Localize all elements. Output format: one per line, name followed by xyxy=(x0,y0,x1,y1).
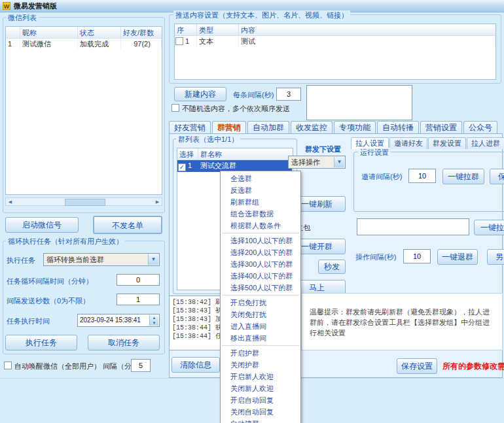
task-time-label: 任务执行时间 xyxy=(7,316,50,326)
task-panel-title: 循环执行任务（针对所有用户生效） xyxy=(6,237,125,246)
tab-monitor[interactable]: 收发监控 xyxy=(291,121,333,134)
menu-item-by-member-count[interactable]: 根据群人数条件 xyxy=(221,220,300,231)
operation-dropdown[interactable]: 选择操作 ▼ xyxy=(288,156,346,169)
account-row[interactable]: 1 测试微信 加载完成 97(2) xyxy=(6,39,162,50)
quit-group-button[interactable]: 一键退群 xyxy=(437,249,478,265)
menu-item-under-200[interactable]: 选择200人以下的群 xyxy=(221,246,300,258)
scroll-thumb[interactable] xyxy=(65,199,105,206)
menu-item-under-100[interactable]: 选择100人以下的群 xyxy=(221,235,300,246)
menu-item-mute-off[interactable]: 关闭免打扰 xyxy=(221,309,300,320)
tab-auto-join[interactable]: 自动加群 xyxy=(247,121,289,134)
notice-box: 温馨提示：群发前请先刷新群（避免丢群现象），拉人进群前，请在群发综合设置工具栏【… xyxy=(301,293,503,350)
group-row-checkbox[interactable]: ✓ xyxy=(178,163,186,171)
content-row[interactable]: 1 文本 测试 xyxy=(175,36,495,48)
menu-item-leave-live[interactable]: 移出直播间 xyxy=(221,332,300,344)
tab-friend-marketing[interactable]: 好友营销 xyxy=(169,121,211,134)
tab-group-marketing[interactable]: 群营销 xyxy=(212,121,246,134)
menu-item-auto-create[interactable]: 自动建群 xyxy=(221,418,300,423)
tab-special[interactable]: 专项功能 xyxy=(334,121,376,134)
group-col-select: 选择 xyxy=(177,148,198,160)
tab-official-account[interactable]: 公众号 xyxy=(463,121,497,134)
content-col-type: 类型 xyxy=(197,24,239,36)
menu-item-welcome-off[interactable]: 关闭新人欢迎 xyxy=(221,382,300,394)
menu-item-under-400[interactable]: 选择400人以下的群 xyxy=(221,270,300,282)
scroll-right-arrow[interactable]: ▶ xyxy=(153,198,162,205)
save-small-button[interactable]: 保存 xyxy=(490,169,504,184)
new-content-button[interactable]: 新建内容 xyxy=(174,87,226,101)
random-label: 不随机选内容，多个依次顺序发送 xyxy=(182,104,290,114)
target-field-input[interactable] xyxy=(357,218,469,235)
loop-interval-label: 任务循环间隔时间（分钟） xyxy=(7,277,93,286)
chevron-down-icon[interactable]: ▼ xyxy=(148,254,158,265)
account-table[interactable]: 昵称 状态 好友/群数 1 测试微信 加载完成 97(2) xyxy=(5,26,162,195)
warning-text: 所有的参数修改需保存设置 xyxy=(442,361,504,372)
menu-separator xyxy=(222,233,299,233)
menu-item-combine-data[interactable]: 组合选群数据 xyxy=(221,208,300,220)
random-checkbox[interactable] xyxy=(171,104,179,112)
account-row-count: 97(2) xyxy=(121,39,162,50)
pull-friend-button[interactable]: 一键拉好友 xyxy=(474,220,504,235)
subtab-invite-friends[interactable]: 邀请好友 xyxy=(389,137,427,149)
loop-interval-input[interactable] xyxy=(117,274,160,286)
group-row-name: 测试交流群 xyxy=(198,160,293,171)
menu-item-guard-on[interactable]: 开启护群 xyxy=(221,347,300,359)
group-col-name: 群名称 xyxy=(198,148,293,160)
app-window: W 微易发营销版 微信列表 昵称 状态 好友/群数 1 测试微信 加载完成 97… xyxy=(0,0,504,423)
cancel-task-button[interactable]: 取消任务 xyxy=(88,335,160,350)
content-col-index: 序 xyxy=(175,24,197,36)
menu-item-invert-selection[interactable]: 反选群 xyxy=(221,184,300,196)
run-settings-title: 运行设置 xyxy=(358,148,391,158)
menu-item-autoreply-off[interactable]: 关闭自动回复 xyxy=(221,406,300,418)
pull-group-button[interactable]: 一键拉群 xyxy=(442,169,484,184)
nosend-list-button[interactable]: 不发名单 xyxy=(93,216,162,234)
account-col-count: 好友/群数 xyxy=(121,27,162,39)
content-row-checkbox[interactable] xyxy=(175,37,183,45)
save-as-button[interactable]: 另存 xyxy=(487,249,504,265)
menu-item-welcome-on[interactable]: 开启新人欢迎 xyxy=(221,371,300,382)
content-table-header: 序 类型 内容 xyxy=(175,24,495,36)
invite-interval-input[interactable] xyxy=(408,169,436,183)
menu-item-mute-on[interactable]: 开启免打扰 xyxy=(221,297,300,309)
account-col-nickname: 昵称 xyxy=(20,27,78,39)
menu-item-refresh-groups[interactable]: 刷新群组 xyxy=(221,196,300,208)
chevron-down-icon[interactable]: ▼ xyxy=(334,157,344,167)
wake-interval-input[interactable] xyxy=(131,359,151,372)
account-col-status: 状态 xyxy=(78,27,121,39)
menu-item-guard-off[interactable]: 关闭护群 xyxy=(221,359,300,371)
time-spinner-icon[interactable]: ▲▼ xyxy=(149,315,158,326)
task-time-input[interactable]: 2023-09-24 15:38:41 ▲▼ xyxy=(77,314,160,327)
account-hscrollbar[interactable]: ◀ ▶ xyxy=(5,197,162,206)
run-task-button[interactable]: 执行任务 xyxy=(5,335,77,350)
content-table[interactable]: 序 类型 内容 1 文本 测试 xyxy=(174,24,496,80)
menu-item-select-all[interactable]: 全选群 xyxy=(221,173,300,184)
group-table-header: 选择 群名称 xyxy=(177,148,293,160)
menu-item-under-300[interactable]: 选择300人以下的群 xyxy=(221,258,300,270)
tab-marketing-settings[interactable]: 营销设置 xyxy=(420,121,462,134)
save-settings-button[interactable]: 保存设置 xyxy=(397,358,437,374)
exec-task-dropdown[interactable]: 循环转换当前选群 ▼ xyxy=(43,253,160,266)
group-row-selectcell: ✓ 1 xyxy=(177,160,198,171)
wake-checkbox[interactable] xyxy=(4,362,12,369)
invite-interval-label: 邀请间隔(秒) xyxy=(361,172,402,182)
notice-text: 温馨提示：群发前请先刷新群（避免丢群现象），拉人进群前，请在群发综合设置工具栏【… xyxy=(310,308,490,337)
setup-label: 群发下设置 xyxy=(305,144,341,154)
tab-auto-forward[interactable]: 自动转播 xyxy=(377,121,419,134)
gap-input[interactable] xyxy=(276,88,301,101)
op-interval-input[interactable] xyxy=(403,249,431,263)
fast-send-button[interactable]: 秒发 xyxy=(318,260,346,274)
clear-log-button[interactable]: 清除信息 xyxy=(171,357,220,373)
menu-item-under-500[interactable]: 选择500人以下的群 xyxy=(221,282,300,294)
content-row-body: 测试 xyxy=(239,36,495,47)
content-preview-box[interactable] xyxy=(306,85,412,120)
content-col-body: 内容 xyxy=(239,24,495,36)
scroll-left-arrow[interactable]: ◀ xyxy=(6,198,14,205)
subtab-pull-into-group[interactable]: 拉人进群 xyxy=(467,137,504,149)
start-wechat-button[interactable]: 启动微信号 xyxy=(5,217,79,233)
subtab-send-settings[interactable]: 群发设置 xyxy=(428,137,466,149)
content-row-type: 文本 xyxy=(197,36,239,47)
send-speed-input[interactable] xyxy=(117,294,160,305)
menu-item-autoreply-on[interactable]: 开启自动回复 xyxy=(221,394,300,406)
send-speed-label: 间隔发送秒数（0为不限） xyxy=(7,296,90,306)
account-panel-title: 微信列表 xyxy=(6,13,39,23)
menu-item-enter-live[interactable]: 进入直播间 xyxy=(221,320,300,332)
